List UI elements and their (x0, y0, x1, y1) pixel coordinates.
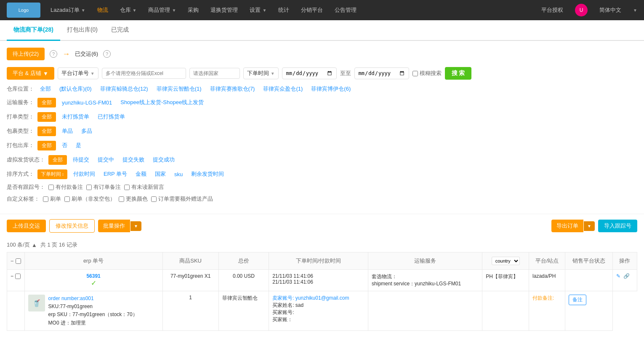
page-size-arrow[interactable]: ▲ (32, 242, 37, 248)
remark-button[interactable]: 备注 (569, 295, 586, 305)
tracking-pay-note-checkbox[interactable] (48, 185, 54, 190)
edit-icon[interactable]: ✎ (616, 273, 620, 279)
sort-order-time[interactable]: 下单时间 ↕ (37, 169, 67, 179)
user-avatar[interactable]: U (575, 4, 588, 16)
pack-out-label: 打包出库： (7, 142, 34, 149)
batch-operation-main[interactable]: 批量操作 (98, 220, 130, 232)
warehouse-default[interactable]: (默认仓库)(0) (57, 84, 94, 94)
virtual-success[interactable]: 提交成功 (150, 155, 177, 165)
logistics-type: 套选物流： (372, 273, 479, 280)
print-type-unprinted[interactable]: 未打拣货单 (59, 112, 92, 122)
search-button[interactable]: 搜 索 (445, 67, 472, 80)
order-type-arrow: ▼ (90, 71, 95, 76)
row-checkbox[interactable] (15, 274, 21, 279)
buyer-address: 买家账： (272, 316, 365, 323)
nav-product-manage[interactable]: 商品管理 ▼ (143, 0, 181, 20)
custom-tag-gift-checkbox[interactable] (151, 196, 157, 202)
fuzzy-search-checkbox[interactable] (412, 71, 418, 76)
warehouse-zhongying[interactable]: 菲律宾众盈仓(1) (261, 84, 305, 94)
virtual-failed[interactable]: 提交失败 (120, 155, 147, 165)
sort-erp-no[interactable]: ERP 单号 (101, 169, 130, 179)
date-to-input[interactable] (354, 67, 409, 79)
nav-purchase[interactable]: 采购 (183, 0, 204, 20)
td-price: 0.00 USD (218, 270, 269, 291)
upload-ship-btn[interactable]: 上传且交运 (7, 220, 46, 232)
package-type-all-tag[interactable]: 全部 (37, 126, 56, 136)
date-from-input[interactable] (282, 67, 337, 79)
transport-shopee[interactable]: Shopee线上发货-Shopee线上发货 (118, 97, 206, 107)
batch-operation-arrow[interactable]: ▼ (130, 221, 141, 231)
nav-announcement[interactable]: 公告管理 (330, 0, 362, 20)
top-navigation: Logo Lazada订单 ▼ 物流 仓库 ▼ 商品管理 ▼ 采购 退换货管理 … (0, 0, 644, 20)
nav-language[interactable]: 简体中文 (594, 0, 626, 20)
warehouse-jijiqizong[interactable]: 菲律宾鲸骑总仓(12) (98, 84, 151, 94)
sort-pay-time[interactable]: 付款时间 (71, 169, 98, 179)
warehouse-all[interactable]: 全部 (37, 84, 53, 94)
shipped-help-icon[interactable]: ? (103, 50, 111, 58)
filter-area: 待上传(22) ? → 已交运(6) ? 平台 & 店铺 ▼ 平台订单号 ▼ 下… (0, 41, 644, 214)
nav-warehouse[interactable]: 仓库 ▼ (115, 0, 142, 20)
erp-number[interactable]: 56391 (28, 273, 159, 279)
transport-yunzhiku[interactable]: yunzhiku-LGS-FM01 (59, 98, 114, 107)
sort-amount[interactable]: 金额 (133, 169, 149, 179)
order-number-link[interactable]: order number:as001 (48, 295, 94, 301)
pack-out-no[interactable]: 否 (59, 140, 70, 150)
pending-upload-btn[interactable]: 待上传(22) (7, 48, 45, 60)
tab-pack-out[interactable]: 打包出库(0) (60, 20, 104, 41)
warehouse-saitu[interactable]: 菲律宾赛推歌仓(7) (208, 84, 258, 94)
custom-tag-shuadan-checkbox[interactable] (43, 196, 48, 202)
time-type-select[interactable]: 下单时间 ▼ (243, 67, 279, 79)
warehouse-label: 仓库位置： (7, 85, 34, 93)
country-select-input[interactable] (189, 68, 240, 79)
nav-logistics[interactable]: 物流 (92, 0, 113, 20)
transport-all-tag[interactable]: 全部 (37, 98, 56, 107)
th-price: 总价 (218, 252, 269, 270)
virtual-all-tag[interactable]: 全部 (48, 155, 67, 165)
pack-out-all-tag[interactable]: 全部 (37, 141, 56, 150)
country-column-select[interactable]: country (492, 257, 520, 265)
td-time: 21/11/03 11:41:06 21/11/03 11:41:06 (269, 270, 368, 291)
nav-stats[interactable]: 统计 (273, 0, 294, 20)
pack-out-yes[interactable]: 是 (73, 140, 84, 150)
pending-help-icon[interactable]: ? (50, 50, 57, 58)
export-order-arrow[interactable]: ▼ (583, 221, 595, 231)
platform-shop-btn[interactable]: 平台 & 店铺 ▼ (7, 67, 54, 80)
custom-tag-shuadan-nopack-checkbox[interactable] (64, 196, 70, 202)
collapse-icon[interactable]: − (11, 258, 14, 264)
tracking-order-note-checkbox[interactable] (86, 185, 92, 190)
nav-distribution[interactable]: 分销平台 (296, 0, 328, 20)
sort-remaining-time[interactable]: 剩余发货时间 (189, 169, 226, 179)
nav-lazada-order[interactable]: Lazada订单 ▼ (45, 0, 90, 20)
select-all-checkbox[interactable] (16, 258, 21, 264)
custom-tag-change-color-checkbox[interactable] (119, 196, 124, 202)
nav-platform-auth[interactable]: 平台授权 (536, 0, 568, 20)
td-sub-buyer: 卖家账号: yunzhiku01@gmail.com 买家姓名: sad 买家账… (269, 291, 368, 331)
row-collapse-icon[interactable]: − (11, 273, 13, 279)
export-order-main[interactable]: 导出订单 (551, 220, 583, 232)
tab-completed[interactable]: 已完成 (104, 20, 136, 41)
order-search-input[interactable] (102, 68, 186, 79)
package-type-multi[interactable]: 多品 (79, 126, 95, 136)
package-type-single[interactable]: 单品 (59, 126, 75, 136)
import-tracking-btn[interactable]: 导入跟踪号 (598, 220, 637, 232)
virtual-submitting[interactable]: 提交中 (95, 155, 117, 165)
order-type-select[interactable]: 平台订单号 ▼ (58, 67, 98, 79)
link-icon[interactable]: 🔗 (623, 273, 630, 279)
warehouse-boyi[interactable]: 菲律宾博伊仓(6) (309, 84, 353, 94)
nav-settings[interactable]: 设置 ▼ (245, 0, 271, 20)
main-filter-row: 平台 & 店铺 ▼ 平台订单号 ▼ 下单时间 ▼ 至至 模糊搜索 搜 索 (7, 67, 637, 80)
modify-customs-btn[interactable]: 修改报关信息 (49, 219, 95, 233)
th-platform: 平台/站点 (529, 252, 565, 270)
print-type-printed[interactable]: 已打拣货单 (95, 112, 128, 122)
tab-logistics-order[interactable]: 物流商下单(28) (7, 20, 60, 41)
print-type-all-tag[interactable]: 全部 (37, 112, 56, 122)
nav-returns[interactable]: 退换货管理 (205, 0, 243, 20)
seller-account-link[interactable]: 卖家账号: yunzhiku01@gmail.com (272, 295, 349, 301)
td-checkbox: − (7, 270, 25, 291)
tracking-unread-msg-checkbox[interactable] (124, 185, 130, 190)
warehouse-yunzhi[interactable]: 菲律宾云智酷仓(1) (154, 84, 204, 94)
transport-label: 运输服务： (7, 99, 34, 106)
virtual-pending[interactable]: 待提交 (70, 155, 92, 165)
sort-country[interactable]: 国家 (152, 169, 168, 179)
sort-sku[interactable]: sku (172, 170, 185, 179)
